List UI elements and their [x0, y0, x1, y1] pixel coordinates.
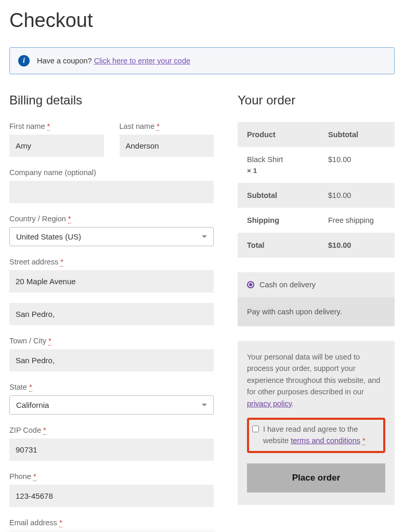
subtotal-col-header: Subtotal	[328, 130, 385, 139]
phone-input[interactable]	[9, 485, 214, 507]
privacy-terms-box: Your personal data will be used to proce…	[238, 341, 395, 505]
radio-selected-icon	[247, 281, 254, 288]
shipping-label: Shipping	[247, 216, 328, 224]
last-name-input[interactable]	[120, 135, 214, 157]
coupon-link[interactable]: Click here to enter your code	[94, 57, 190, 65]
required-mark: *	[29, 383, 32, 392]
last-name-label: Last name *	[120, 122, 214, 130]
product-name: Black Shirt	[247, 155, 328, 164]
required-mark: *	[43, 426, 46, 435]
terms-checkbox[interactable]	[252, 425, 259, 432]
required-mark: *	[60, 258, 63, 267]
privacy-text: Your personal data will be used to proce…	[247, 353, 380, 408]
order-heading: Your order	[238, 93, 395, 108]
coupon-prompt: Have a coupon?	[37, 57, 92, 65]
zip-input[interactable]	[9, 438, 214, 461]
payment-box: Cash on delivery Pay with cash upon deli…	[238, 272, 395, 326]
subtotal-value: $10.00	[328, 191, 385, 200]
required-mark: *	[68, 215, 71, 223]
required-mark: *	[48, 337, 51, 345]
state-label: State *	[9, 383, 214, 391]
order-item-row: Black Shirt × 1 $10.00	[238, 147, 395, 183]
terms-link[interactable]: terms and conditions	[291, 436, 360, 445]
required-mark: *	[362, 436, 366, 445]
payment-method-desc: Pay with cash upon delivery.	[238, 297, 395, 326]
total-label: Total	[247, 241, 328, 249]
total-value: $10.00	[328, 241, 385, 249]
info-icon: i	[18, 55, 30, 66]
first-name-input[interactable]	[9, 135, 104, 157]
street-input[interactable]	[9, 270, 214, 292]
country-label: Country / Region *	[9, 215, 214, 223]
required-mark: *	[59, 518, 62, 527]
company-input[interactable]	[9, 181, 214, 203]
street2-input[interactable]	[9, 303, 214, 325]
country-select[interactable]: United States (US)	[9, 227, 214, 246]
payment-method-label: Cash on delivery	[259, 281, 316, 289]
coupon-notice: i Have a coupon? Click here to enter you…	[9, 47, 395, 74]
required-mark: *	[157, 122, 160, 131]
order-table: Product Subtotal Black Shirt × 1 $10.00 …	[238, 122, 395, 258]
page-title: Checkout	[9, 9, 395, 32]
first-name-label: First name *	[9, 122, 104, 130]
product-qty: × 1	[247, 167, 328, 175]
city-input[interactable]	[9, 349, 214, 371]
subtotal-label: Subtotal	[247, 191, 328, 200]
chevron-down-icon	[202, 404, 207, 406]
phone-label: Phone *	[9, 472, 214, 481]
terms-row: I have read and agree to the website ter…	[247, 418, 385, 453]
product-col-header: Product	[247, 130, 328, 139]
terms-text: I have read and agree to the website ter…	[263, 424, 380, 447]
company-label: Company name (optional)	[9, 168, 214, 177]
privacy-policy-link[interactable]: privacy policy	[247, 400, 292, 408]
email-label: Email address *	[9, 518, 214, 527]
zip-label: ZIP Code *	[9, 426, 214, 434]
state-select[interactable]: California	[9, 395, 214, 415]
shipping-value: Free shipping	[328, 216, 385, 224]
payment-method-option[interactable]: Cash on delivery	[238, 272, 395, 297]
city-label: Town / City *	[9, 337, 214, 345]
required-mark: *	[33, 472, 36, 481]
billing-heading: Billing details	[9, 93, 214, 108]
country-selected: United States (US)	[16, 232, 81, 241]
place-order-button[interactable]: Place order	[247, 463, 385, 493]
street-label: Street address *	[9, 258, 214, 266]
state-selected: California	[16, 401, 49, 409]
required-mark: *	[47, 122, 50, 131]
product-price: $10.00	[328, 155, 385, 175]
chevron-down-icon	[202, 235, 207, 238]
